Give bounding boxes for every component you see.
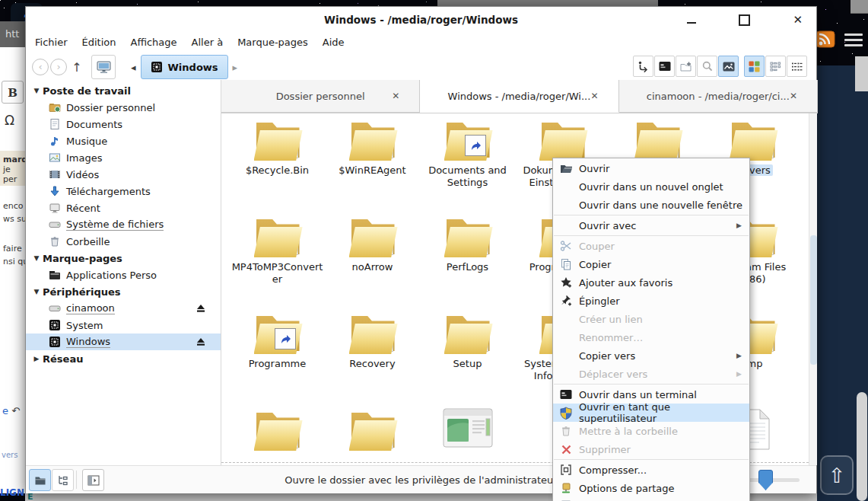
compact-view-button[interactable] bbox=[765, 56, 786, 77]
background-scrollbar-thumb[interactable] bbox=[857, 392, 867, 501]
recent-icon bbox=[49, 202, 62, 214]
menu-aller-a[interactable]: Aller à bbox=[192, 37, 224, 48]
sidebar-section-peripheriques[interactable]: ▼Périphériques bbox=[26, 283, 221, 300]
menu-separator bbox=[554, 215, 749, 215]
sidebar-section-poste-de-travail[interactable]: ▼Poste de travail bbox=[26, 82, 221, 99]
file-recycle-bin[interactable]: $Recycle.Bin bbox=[230, 118, 325, 177]
tab-cinamoon[interactable]: cinamoon - /media/roger/ci...✕ bbox=[619, 80, 818, 113]
file-mp4tomp3[interactable]: MP4ToMP3Converter bbox=[230, 215, 325, 286]
file-recovery[interactable]: Recovery bbox=[325, 311, 420, 370]
tab-dossier-personnel[interactable]: Dossier personnel✕ bbox=[221, 80, 420, 113]
path-scroll-left[interactable]: ◂ bbox=[126, 62, 141, 73]
expander-icon[interactable]: ▼ bbox=[30, 288, 43, 295]
expander-icon[interactable]: ▼ bbox=[30, 254, 43, 262]
file-item[interactable] bbox=[230, 408, 325, 454]
eject-icon[interactable] bbox=[195, 302, 207, 314]
show-thumbnails-button[interactable] bbox=[718, 56, 739, 77]
menu-item-ouvrir-onglet[interactable]: Ouvrir dans un nouvel onglet bbox=[553, 177, 749, 196]
sidebar-item-images[interactable]: Images bbox=[26, 149, 221, 166]
icon-view-button[interactable] bbox=[744, 56, 765, 77]
file-manager-window: Windows - /media/roger/Windows ✕ Fichier… bbox=[25, 6, 817, 493]
expander-icon[interactable]: ▶ bbox=[30, 355, 43, 362]
file-programme[interactable]: Programme bbox=[230, 311, 325, 370]
hamburger-menu-icon[interactable] bbox=[844, 34, 863, 49]
folder-icon bbox=[344, 215, 402, 260]
expander-icon[interactable]: ▼ bbox=[30, 87, 43, 94]
open-terminal-button[interactable] bbox=[654, 56, 675, 77]
up-button[interactable]: ↑ bbox=[68, 60, 85, 75]
sidebar-item-musique[interactable]: Musique bbox=[26, 132, 221, 149]
folder-icon bbox=[344, 311, 402, 357]
menu-item-corbeille: Mettre à la corbeille bbox=[553, 422, 749, 440]
dark-folder-icon bbox=[49, 269, 62, 281]
menu-item-options-partage[interactable]: Options de partage bbox=[553, 479, 749, 497]
close-tab-icon[interactable]: ✕ bbox=[790, 91, 797, 101]
file-winreagent[interactable]: $WinREAgent bbox=[325, 118, 420, 177]
menu-item-proprietes[interactable]: Propriétés bbox=[553, 497, 749, 501]
close-tab-icon[interactable]: ✕ bbox=[392, 91, 399, 101]
menu-item-ouvrir-fenetre[interactable]: Ouvrir dans une nouvelle fenêtre bbox=[553, 196, 749, 214]
sidebar-item-systeme-de-fichiers[interactable]: Système de fichiers bbox=[26, 216, 221, 233]
path-scroll-right[interactable]: ▸ bbox=[228, 62, 243, 73]
folder-icon bbox=[724, 118, 782, 164]
menu-marque-pages[interactable]: Marque-pages bbox=[237, 37, 308, 48]
menu-item-compresser[interactable]: Compresser... bbox=[553, 461, 749, 479]
eject-icon[interactable] bbox=[195, 336, 207, 348]
close-tab-icon[interactable]: ✕ bbox=[591, 91, 599, 101]
sidebar-item-applications-perso[interactable]: Applications Perso bbox=[26, 266, 221, 283]
forward-button[interactable]: › bbox=[50, 59, 67, 75]
minimize-icon[interactable] bbox=[687, 22, 696, 24]
tab-windows[interactable]: Windows - /media/roger/Wi...✕ bbox=[420, 80, 618, 113]
maximize-icon[interactable] bbox=[739, 14, 750, 26]
sidebar-item-corbeille[interactable]: Corbeille bbox=[26, 233, 221, 250]
omega-button[interactable]: Ω bbox=[5, 113, 14, 128]
titlebar[interactable]: Windows - /media/roger/Windows ✕ bbox=[26, 7, 816, 33]
sidebar-item-videos[interactable]: Vidéos bbox=[26, 166, 221, 183]
bold-button[interactable]: B bbox=[2, 81, 24, 104]
menu-fichier[interactable]: Fichier bbox=[35, 37, 68, 48]
browser-url-fragment: htt bbox=[0, 21, 25, 47]
starfield bbox=[0, 0, 1, 1]
file-item[interactable] bbox=[325, 408, 420, 454]
file-view-scrollbar[interactable] bbox=[809, 113, 817, 465]
search-button[interactable] bbox=[697, 56, 717, 77]
follow-symlink-button[interactable] bbox=[633, 56, 653, 77]
sidebar-item-system[interactable]: System bbox=[26, 317, 221, 333]
terminal-icon bbox=[559, 388, 573, 401]
menu-aide[interactable]: Aide bbox=[323, 37, 345, 48]
sidebar-section-marque-pages[interactable]: ▼Marque-pages bbox=[26, 250, 221, 266]
folder-icon bbox=[534, 118, 592, 164]
menu-edition[interactable]: Édition bbox=[82, 37, 116, 48]
menu-item-copier-vers[interactable]: Copier vers▶ bbox=[553, 346, 749, 365]
sidebar-section-reseau[interactable]: ▶Réseau bbox=[26, 350, 221, 367]
computer-button[interactable] bbox=[91, 55, 116, 79]
sidebar-item-recent[interactable]: Récent bbox=[26, 199, 221, 216]
close-icon[interactable]: ✕ bbox=[793, 13, 803, 27]
file-application[interactable] bbox=[420, 408, 515, 449]
file-perflogs[interactable]: PerfLogs bbox=[420, 215, 515, 273]
scrollbar-thumb[interactable] bbox=[810, 235, 817, 365]
file-documents-and-settings[interactable]: Documents and Settings bbox=[420, 118, 515, 189]
link-fragment[interactable]: e ↶ bbox=[2, 405, 20, 416]
menu-item-superutilisateur[interactable]: Ouvrir en tant que superutilisateur bbox=[553, 404, 749, 422]
small-link-fragment[interactable]: vers bbox=[2, 451, 17, 459]
file-noarrow[interactable]: noArrow bbox=[325, 215, 420, 273]
sidebar-item-windows[interactable]: Windows bbox=[26, 333, 221, 350]
menu-item-ouvrir[interactable]: Ouvrir bbox=[553, 159, 749, 177]
sidebar-item-dossier-personnel[interactable]: Dossier personnel bbox=[26, 99, 221, 116]
scroll-to-top-button[interactable]: ⇧ bbox=[820, 455, 854, 495]
sidebar-item-documents[interactable]: Documents bbox=[26, 116, 221, 132]
new-folder-button[interactable] bbox=[676, 56, 696, 77]
back-button[interactable]: ‹ bbox=[32, 59, 49, 75]
menu-item-copier[interactable]: Copier bbox=[553, 255, 749, 273]
menu-item-epingler[interactable]: Épingler bbox=[553, 292, 749, 310]
sidebar-item-cinamoon[interactable]: cinamoon bbox=[26, 300, 221, 317]
menu-item-ouvrir-avec[interactable]: Ouvrir avec▶ bbox=[553, 216, 749, 235]
menu-affichage[interactable]: Affichage bbox=[130, 37, 176, 48]
file-setup[interactable]: Setup bbox=[420, 311, 515, 370]
rss-icon[interactable] bbox=[816, 30, 835, 52]
path-button-windows[interactable]: Windows bbox=[141, 55, 228, 79]
sidebar-item-telechargements[interactable]: Téléchargements bbox=[26, 183, 221, 199]
menu-item-ajouter-favoris[interactable]: Ajouter aux favoris bbox=[553, 273, 749, 292]
list-view-button[interactable] bbox=[787, 56, 807, 77]
